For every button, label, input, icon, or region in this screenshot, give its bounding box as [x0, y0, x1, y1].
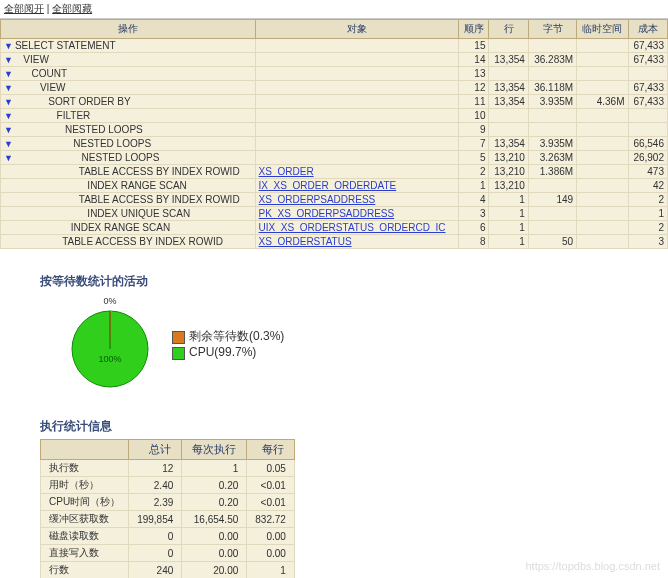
- stats-label: 磁盘读取数: [41, 528, 129, 545]
- plan-temp: [577, 221, 628, 235]
- plan-object-link[interactable]: XS_ORDER: [255, 165, 458, 179]
- plan-header-0[interactable]: 操作: [1, 20, 256, 39]
- stats-row: 执行数1210.05: [41, 460, 295, 477]
- plan-op: TABLE ACCESS BY INDEX ROWID: [1, 193, 256, 207]
- plan-temp: [577, 39, 628, 53]
- plan-header-6[interactable]: 成本: [628, 20, 668, 39]
- plan-row: NESTED LOOPS713,3543.935M66,546: [1, 137, 668, 151]
- plan-op: FILTER: [1, 109, 256, 123]
- legend-swatch-cpu: [172, 347, 185, 360]
- link-expand-all[interactable]: 全部阅开: [4, 3, 44, 14]
- plan-rows: 13,354: [489, 137, 528, 151]
- plan-op: INDEX UNIQUE SCAN: [1, 207, 256, 221]
- plan-ord: 8: [459, 235, 489, 249]
- plan-ord: 1: [459, 179, 489, 193]
- plan-ord: 3: [459, 207, 489, 221]
- plan-object-link[interactable]: XS_ORDERSTATUS: [255, 235, 458, 249]
- plan-ord: 2: [459, 165, 489, 179]
- stats-label: 行数: [41, 562, 129, 579]
- plan-object-link[interactable]: IX_XS_ORDER_ORDERDATE: [255, 179, 458, 193]
- plan-object-link[interactable]: UIX_XS_ORDERSTATUS_ORDERCD_IC: [255, 221, 458, 235]
- plan-ord: 6: [459, 221, 489, 235]
- plan-object-link: [255, 123, 458, 137]
- plan-temp: [577, 67, 628, 81]
- plan-header-2[interactable]: 顺序: [459, 20, 489, 39]
- stats-per_exec: 16,654.50: [182, 511, 247, 528]
- plan-bytes: [528, 109, 576, 123]
- plan-op: INDEX RANGE SCAN: [1, 179, 256, 193]
- plan-temp: [577, 81, 628, 95]
- plan-bytes: [528, 39, 576, 53]
- plan-rows: 13,210: [489, 165, 528, 179]
- execution-stats-table: 总计每次执行每行 执行数1210.05用时（秒）2.400.20<0.01CPU…: [40, 439, 295, 578]
- plan-object-link[interactable]: PK_XS_ORDERPSADDRESS: [255, 207, 458, 221]
- stats-label: 直接写入数: [41, 545, 129, 562]
- stats-per_exec: 0.20: [182, 494, 247, 511]
- plan-row: COUNT13: [1, 67, 668, 81]
- link-collapse-all[interactable]: 全部阅藏: [52, 3, 92, 14]
- plan-object-link[interactable]: XS_ORDERPSADDRESS: [255, 193, 458, 207]
- stats-per_exec: 1: [182, 460, 247, 477]
- plan-bytes: [528, 221, 576, 235]
- plan-rows: [489, 67, 528, 81]
- plan-cost: 66,546: [628, 137, 668, 151]
- stats-per_row: 832.72: [247, 511, 295, 528]
- plan-cost: [628, 123, 668, 137]
- plan-ord: 4: [459, 193, 489, 207]
- plan-op: NESTED LOOPS: [1, 137, 256, 151]
- stats-total: 2.40: [129, 477, 182, 494]
- plan-cost: [628, 109, 668, 123]
- plan-cost: 67,433: [628, 53, 668, 67]
- plan-row: VIEW1413,35436.283M67,433: [1, 53, 668, 67]
- plan-bytes: 36.118M: [528, 81, 576, 95]
- stats-total: 0: [129, 545, 182, 562]
- plan-ord: 14: [459, 53, 489, 67]
- plan-header-4[interactable]: 字节: [528, 20, 576, 39]
- plan-rows: 1: [489, 193, 528, 207]
- plan-header-5[interactable]: 临时空间: [577, 20, 628, 39]
- stats-row: 行数24020.001: [41, 562, 295, 579]
- plan-op: VIEW: [1, 53, 256, 67]
- stats-header-0: [41, 440, 129, 460]
- pie-top-label: 0%: [103, 296, 116, 306]
- plan-ord: 15: [459, 39, 489, 53]
- pie-chart: 0% 100%: [60, 294, 160, 394]
- stats-per_row: 0.00: [247, 545, 295, 562]
- plan-op: NESTED LOOPS: [1, 123, 256, 137]
- plan-row: INDEX RANGE SCANUIX_XS_ORDERSTATUS_ORDER…: [1, 221, 668, 235]
- plan-rows: 13,210: [489, 151, 528, 165]
- plan-header-3[interactable]: 行: [489, 20, 528, 39]
- plan-object-link: [255, 81, 458, 95]
- stats-header-1: 总计: [129, 440, 182, 460]
- stats-total: 2.39: [129, 494, 182, 511]
- plan-bytes: 36.283M: [528, 53, 576, 67]
- stats-header-3: 每行: [247, 440, 295, 460]
- plan-op: COUNT: [1, 67, 256, 81]
- plan-rows: 1: [489, 207, 528, 221]
- stats-header-2: 每次执行: [182, 440, 247, 460]
- pie-inner-label: 100%: [98, 354, 121, 364]
- plan-rows: 13,354: [489, 95, 528, 109]
- stats-label: CPU时间（秒）: [41, 494, 129, 511]
- plan-row: SORT ORDER BY1113,3543.935M4.36M67,433: [1, 95, 668, 109]
- execution-plan-table: 操作对象顺序行字节临时空间成本 SELECT STATEMENT1567,433…: [0, 19, 668, 249]
- stats-total: 240: [129, 562, 182, 579]
- plan-row: TABLE ACCESS BY INDEX ROWIDXS_ORDERSTATU…: [1, 235, 668, 249]
- legend-cpu: CPU(99.7%): [189, 345, 256, 359]
- plan-cost: 26,902: [628, 151, 668, 165]
- plan-cost: 1: [628, 207, 668, 221]
- plan-cost: 42: [628, 179, 668, 193]
- plan-op: SELECT STATEMENT: [1, 39, 256, 53]
- plan-ord: 7: [459, 137, 489, 151]
- plan-rows: 1: [489, 235, 528, 249]
- plan-row: NESTED LOOPS9: [1, 123, 668, 137]
- stats-row: 磁盘读取数00.000.00: [41, 528, 295, 545]
- plan-header-1[interactable]: 对象: [255, 20, 458, 39]
- stats-total: 0: [129, 528, 182, 545]
- plan-ord: 11: [459, 95, 489, 109]
- plan-temp: [577, 123, 628, 137]
- stats-total: 199,854: [129, 511, 182, 528]
- plan-cost: 2: [628, 221, 668, 235]
- pie-chart-row: 0% 100% 剩余等待数(0.3%) CPU(99.7%): [60, 294, 668, 394]
- plan-cost: 67,433: [628, 95, 668, 109]
